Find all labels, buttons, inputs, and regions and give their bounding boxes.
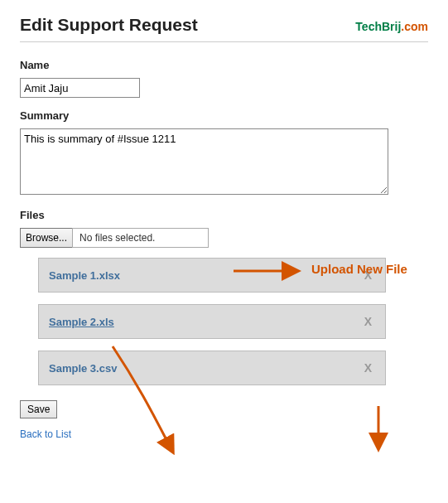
delete-arrow-icon [369, 404, 388, 455]
file-delete-button[interactable]: X [361, 361, 375, 375]
back-to-list-link[interactable]: Back to List [20, 428, 71, 440]
file-item: Sample 2.xlsX [38, 304, 386, 339]
save-button[interactable]: Save [20, 400, 57, 418]
name-label: Name [20, 59, 428, 71]
page-title: Edit Support Request [20, 15, 198, 35]
file-list: Sample 1.xlsxXSample 2.xlsXSample 3.csvX [38, 258, 386, 385]
header-row: Edit Support Request TechBrij.com [20, 15, 428, 42]
browse-button[interactable]: Browse... [20, 228, 72, 248]
summary-label: Summary [20, 109, 428, 122]
file-delete-button[interactable]: X [361, 315, 375, 328]
page-container: Edit Support Request TechBrij.com Name S… [20, 15, 428, 440]
file-delete-button[interactable]: X [361, 268, 375, 282]
name-input[interactable] [20, 78, 140, 98]
file-download-link[interactable]: Sample 3.csv [49, 362, 117, 375]
file-download-link[interactable]: Sample 1.xlsx [49, 269, 120, 282]
file-item: Sample 1.xlsxX [38, 258, 386, 293]
files-label: Files [20, 209, 428, 221]
brand-dot: .com [401, 20, 428, 33]
file-download-link[interactable]: Sample 2.xls [49, 316, 114, 328]
brand-main: TechBrij [355, 20, 401, 33]
brand-logo: TechBrij.com [355, 20, 428, 33]
file-chooser-status: No files selected. [72, 228, 209, 248]
summary-input[interactable]: This is summary of #Issue 1211 [20, 128, 388, 195]
file-chooser-row: Browse... No files selected. [20, 228, 428, 248]
file-item: Sample 3.csvX [38, 351, 386, 385]
